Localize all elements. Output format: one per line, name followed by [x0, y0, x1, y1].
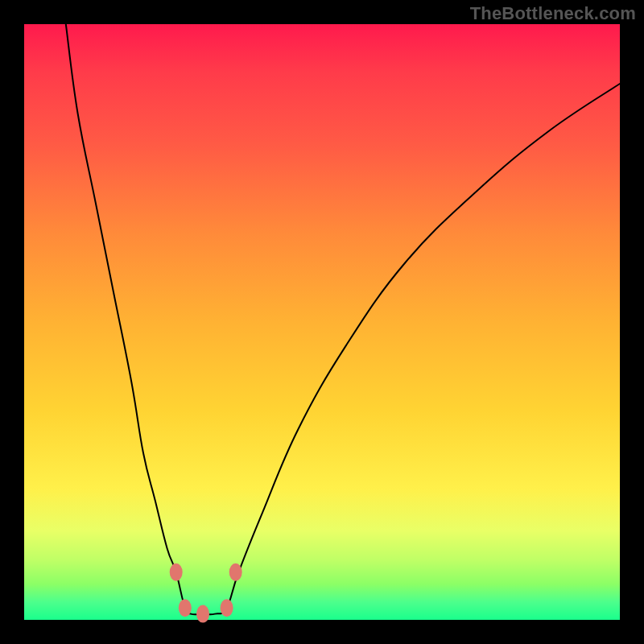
curve-marker — [170, 564, 183, 581]
chart-plot-area — [24, 24, 620, 620]
curve-marker — [221, 599, 233, 617]
curve-marker — [196, 605, 209, 623]
watermark-text: TheBottleneck.com — [470, 3, 636, 24]
chart-frame: TheBottleneck.com — [0, 0, 644, 644]
curve-marker — [179, 599, 192, 617]
curve-path — [66, 24, 620, 614]
bottleneck-curve — [24, 24, 620, 620]
curve-marker — [229, 564, 242, 581]
